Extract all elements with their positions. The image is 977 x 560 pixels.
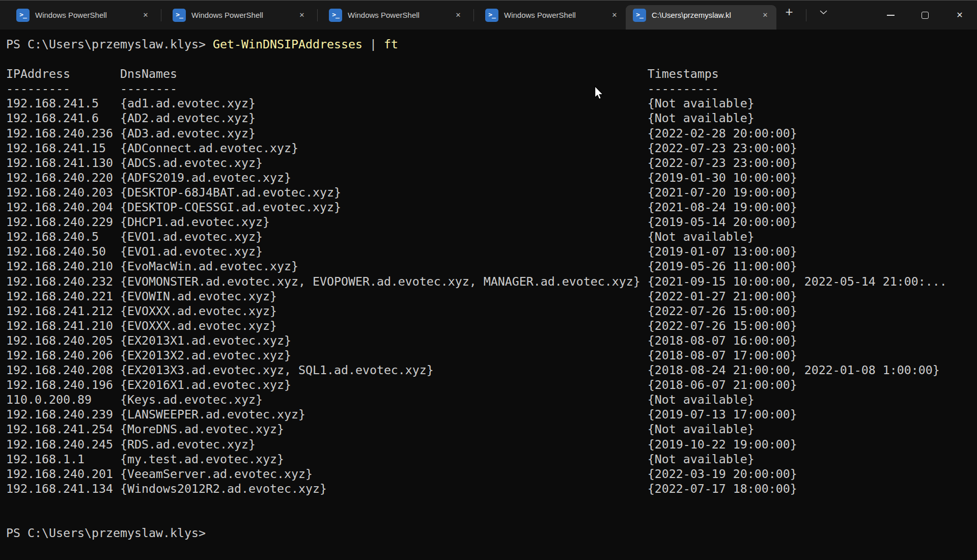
powershell-icon: >_ [633, 9, 646, 22]
new-tab-button[interactable]: + [777, 1, 801, 24]
prompt-text: PS C:\Users\przemyslaw.klys> [6, 526, 206, 540]
tab[interactable]: >_Windows PowerShell✕ [9, 1, 157, 30]
table-row: 192.168.240.196 {EX2016X1.ad.evotec.xyz}… [6, 377, 977, 392]
tab[interactable]: >_Windows PowerShell✕ [322, 1, 469, 30]
table-row: 192.168.241.6 {AD2.ad.evotec.xyz} {Not a… [6, 110, 977, 125]
blank-line [6, 51, 977, 66]
table-header-line: IPAddress DnsNames Timestamps [6, 66, 977, 81]
table-row: 192.168.241.130 {ADCS.ad.evotec.xyz} {20… [6, 155, 977, 170]
maximize-icon [922, 12, 929, 19]
blank-line [6, 511, 977, 525]
table-row: 192.168.240.50 {EVO1.ad.evotec.xyz} {201… [6, 244, 977, 259]
minimize-icon [887, 15, 895, 16]
table-row: 192.168.240.210 {EvoMacWin.ad.evotec.xyz… [6, 259, 977, 273]
command-line: PS C:\Users\przemyslaw.klys> Get-WinDNSI… [6, 37, 977, 51]
blank-line [6, 496, 977, 511]
space [206, 37, 213, 51]
table-row: 192.168.240.229 {DHCP1.ad.evotec.xyz} {2… [6, 214, 977, 229]
command-text: Get-WinDNSIPAddresses [213, 37, 362, 51]
terminal-screen[interactable]: PS C:\Users\przemyslaw.klys> Get-WinDNSI… [0, 30, 977, 560]
table-row: 192.168.240.208 {EX2013X3.ad.evotec.xyz,… [6, 362, 977, 377]
table-row: 192.168.240.236 {AD3.ad.evotec.xyz} {202… [6, 126, 977, 141]
table-row: 192.168.241.15 {ADConnect.ad.evotec.xyz}… [6, 141, 977, 155]
table-row: 192.168.241.212 {EVOXXX.ad.evotec.xyz} {… [6, 303, 977, 318]
plus-icon: + [785, 5, 793, 18]
bottom-prompt-line: PS C:\Users\przemyslaw.klys> [6, 525, 977, 540]
table-row: 192.168.240.220 {ADFS2019.ad.evotec.xyz}… [6, 170, 977, 185]
close-button[interactable]: ✕ [942, 1, 977, 30]
tab-active[interactable]: >_C:\Users\przemyslaw.kl✕ [626, 1, 776, 30]
table-row: 192.168.241.134 {Windows2012R2.ad.evotec… [6, 481, 977, 496]
tab-separator [161, 9, 161, 21]
tab-title: Windows PowerShell [35, 11, 138, 19]
pipe-operator: | [370, 37, 377, 51]
tab-bar: >_Windows PowerShell✕>_Windows PowerShel… [0, 0, 977, 30]
tab-title: Windows PowerShell [191, 11, 295, 19]
tab-title: Windows PowerShell [504, 11, 607, 19]
chevron-down-icon [820, 10, 827, 15]
table-row: 192.168.240.206 {EX2013X2.ad.evotec.xyz}… [6, 348, 977, 362]
tab-close-icon[interactable]: ✕ [451, 8, 465, 22]
space [362, 37, 370, 51]
tab-bar-spacer [836, 1, 873, 30]
terminal-window: >_Windows PowerShell✕>_Windows PowerShel… [0, 0, 977, 560]
window-controls: ✕ [873, 1, 977, 30]
table-row: 192.168.241.210 {EVOXXX.ad.evotec.xyz} {… [6, 318, 977, 333]
tab-title: Windows PowerShell [348, 11, 451, 19]
table-underline-line: --------- -------- ---------- [6, 81, 977, 96]
tab-close-icon[interactable]: ✕ [138, 8, 153, 22]
table-row: 192.168.240.245 {RDS.ad.evotec.xyz} {201… [6, 437, 977, 452]
table-row: 192.168.240.221 {EVOWIN.ad.evotec.xyz} {… [6, 289, 977, 303]
tab-close-icon[interactable]: ✕ [607, 8, 622, 22]
powershell-icon: >_ [16, 9, 30, 22]
table-row: 192.168.240.232 {EVOMONSTER.ad.evotec.xy… [6, 274, 977, 289]
close-icon: ✕ [956, 10, 963, 20]
maximize-button[interactable] [908, 1, 942, 30]
table-row: 192.168.240.201 {VeeamServer.ad.evotec.x… [6, 466, 977, 481]
powershell-icon: >_ [485, 9, 498, 22]
tab[interactable]: >_Windows PowerShell✕ [165, 1, 313, 30]
table-row: 110.0.200.89 {Keys.ad.evotec.xyz} {Not a… [6, 392, 977, 407]
tab[interactable]: >_Windows PowerShell✕ [478, 1, 626, 30]
tab-title: C:\Users\przemyslaw.kl [652, 11, 758, 19]
command-arg-text: ft [384, 37, 398, 51]
tab-separator [806, 9, 806, 21]
tab-close-icon[interactable]: ✕ [758, 8, 772, 22]
powershell-icon: >_ [173, 9, 186, 22]
tab-separator [473, 9, 474, 21]
table-row: 192.168.240.239 {LANSWEEPER.ad.evotec.xy… [6, 407, 977, 422]
table-row: 192.168.1.1 {my.test.ad.evotec.xyz} {Not… [6, 452, 977, 466]
table-row: 192.168.240.203 {DESKTOP-68J4BAT.ad.evot… [6, 185, 977, 200]
table-row: 192.168.240.5 {EVO1.ad.evotec.xyz} {Not … [6, 229, 977, 244]
table-row: 192.168.241.5 {ad1.ad.evotec.xyz} {Not a… [6, 96, 977, 110]
prompt-text: PS C:\Users\przemyslaw.klys> [6, 37, 206, 51]
table-row: 192.168.240.205 {EX2013X1.ad.evotec.xyz}… [6, 333, 977, 348]
tab-close-icon[interactable]: ✕ [295, 8, 309, 22]
table-lines: IPAddress DnsNames Timestamps--------- -… [6, 66, 977, 496]
table-row: 192.168.241.254 {MoreDNS.ad.evotec.xyz} … [6, 422, 977, 436]
tab-strip: >_Windows PowerShell✕>_Windows PowerShel… [0, 1, 776, 30]
table-row: 192.168.240.204 {DESKTOP-CQESSGI.ad.evot… [6, 200, 977, 214]
tab-separator [317, 9, 318, 21]
tab-dropdown-button[interactable] [812, 1, 835, 24]
space [377, 37, 384, 51]
powershell-icon: >_ [329, 9, 342, 22]
minimize-button[interactable] [873, 1, 908, 30]
